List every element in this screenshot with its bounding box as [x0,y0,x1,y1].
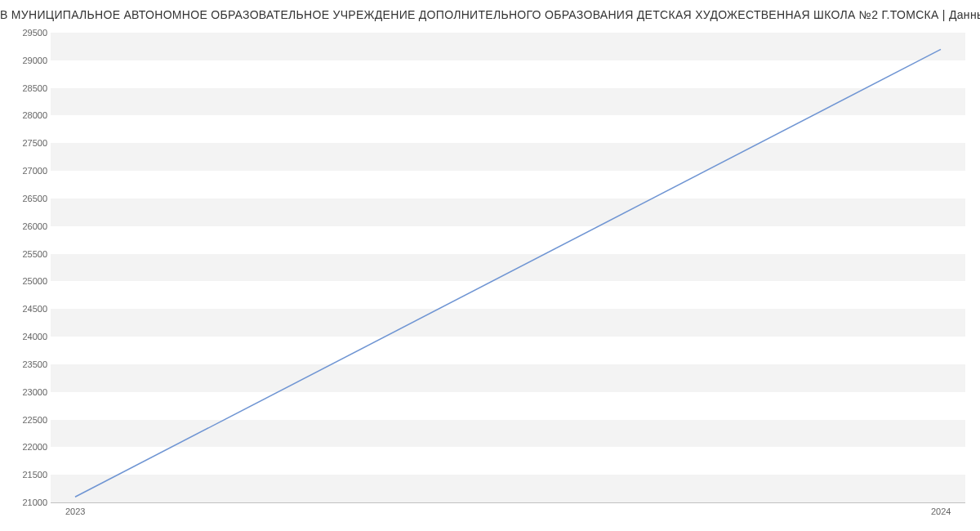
x-axis [51,502,965,503]
y-tick: 22500 [5,415,47,425]
y-tick: 29000 [5,56,47,65]
line-chart: В МУНИЦИПАЛЬНОЕ АВТОНОМНОЕ ОБРАЗОВАТЕЛЬН… [0,0,980,531]
y-tick: 26500 [5,194,47,203]
y-tick: 28000 [5,110,47,120]
y-tick: 29500 [5,28,47,38]
y-tick: 23000 [5,387,47,397]
plot-area [51,33,965,502]
y-tick: 21500 [5,470,47,480]
y-tick: 21000 [5,498,47,507]
y-tick: 24500 [5,304,47,314]
y-tick: 27000 [5,166,47,176]
y-tick: 22000 [5,442,47,452]
y-tick: 26000 [5,221,47,231]
line-series [51,33,965,502]
y-tick: 23500 [5,359,47,369]
y-tick: 25500 [5,249,47,259]
y-tick: 27500 [5,138,47,148]
x-tick-2024: 2024 [931,506,951,516]
y-tick: 28500 [5,83,47,93]
series-line [75,49,941,497]
x-tick-2023: 2023 [65,506,85,516]
y-tick: 25000 [5,276,47,286]
chart-title: В МУНИЦИПАЛЬНОЕ АВТОНОМНОЕ ОБРАЗОВАТЕЛЬН… [0,8,980,21]
y-tick: 24000 [5,332,47,341]
